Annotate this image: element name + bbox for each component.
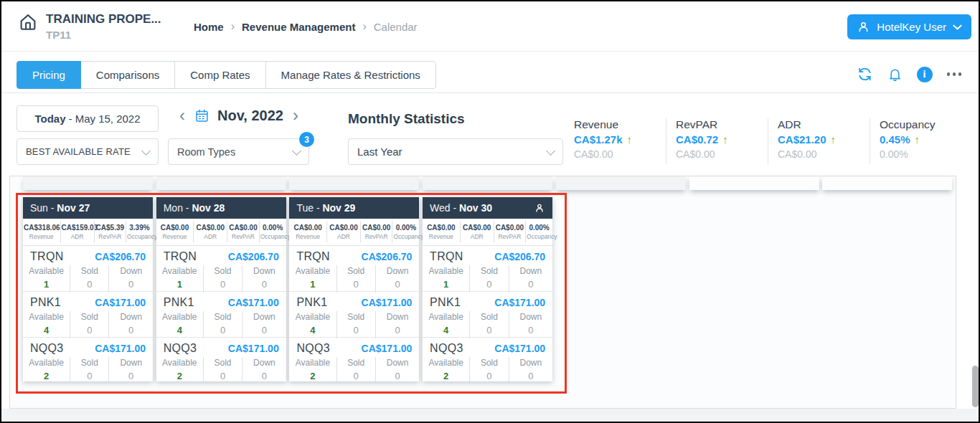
room-rate-value[interactable]: CA$171.00 xyxy=(494,343,545,354)
room-down-cell: Down0 xyxy=(509,265,553,293)
room-types-value: Room Types xyxy=(177,146,235,158)
room-sold-cell: Sold0 xyxy=(336,357,375,384)
room-rate-value[interactable]: CA$171.00 xyxy=(228,297,279,308)
filter-bar: Today - May 15, 2022 ‹ Nov, 2022 › BEST … xyxy=(1,93,979,174)
breadcrumb-home[interactable]: Home xyxy=(194,21,224,33)
room-rate-value[interactable]: CA$171.00 xyxy=(494,297,545,308)
room-available-cell: Available1 xyxy=(289,265,336,293)
tab-manage-rates-restrictions[interactable]: Manage Rates & Restrictions xyxy=(265,61,436,89)
room-sold-cell: Sold0 xyxy=(469,357,508,384)
tabs: Pricing Comparisons Comp Rates Manage Ra… xyxy=(17,61,436,89)
room-rate-value[interactable]: CA$171.00 xyxy=(362,343,413,354)
room-row-nqq3[interactable]: NQQ3CA$171.00Available2Sold0Down0 xyxy=(289,337,419,382)
day-stat-adr: CA$0.00ADR xyxy=(326,221,360,243)
notifications-bell-icon[interactable] xyxy=(887,67,903,82)
day-card-sun-nov-27[interactable]: Sun - Nov 27 CA$318.06RevenueCA$159.03AD… xyxy=(23,197,153,381)
room-row-nqq3[interactable]: NQQ3CA$171.00Available2Sold0Down0 xyxy=(23,337,153,382)
room-sold-cell: Sold0 xyxy=(203,265,242,293)
monthly-stat-revpar: RevPAR CA$0.72↑ CA$0.00 xyxy=(666,118,768,164)
room-available-cell: Available1 xyxy=(23,265,70,293)
room-row-pnk1[interactable]: PNK1CA$171.00Available4Sold0Down0 xyxy=(23,291,153,336)
room-down-cell: Down0 xyxy=(108,265,153,293)
today-button[interactable]: Today - May 15, 2022 xyxy=(17,105,159,132)
room-type-code: NQQ3 xyxy=(296,342,330,355)
previous-row-card-partial xyxy=(822,176,952,190)
room-rows: TRQNCA$206.70Available1Sold0Down0PNK1CA$… xyxy=(156,246,286,382)
room-type-code: TRQN xyxy=(430,250,463,263)
room-types-select[interactable]: Room Types 3 xyxy=(168,138,309,165)
next-month-icon[interactable]: › xyxy=(291,107,300,124)
room-row-trqn[interactable]: TRQNCA$206.70Available1Sold0Down0 xyxy=(423,246,552,291)
room-row-pnk1[interactable]: PNK1CA$171.00Available4Sold0Down0 xyxy=(289,291,419,336)
day-date: Nov 27 xyxy=(57,202,90,214)
day-of-week: Tue - xyxy=(296,202,322,214)
revenue-management-calendar-page: TRAINING PROPE... TP11 Home › Revenue Ma… xyxy=(0,0,980,423)
trend-up-icon: ↑ xyxy=(722,133,728,146)
room-row-nqq3[interactable]: NQQ3CA$171.00Available2Sold0Down0 xyxy=(423,337,552,382)
day-card-tue-nov-29[interactable]: Tue - Nov 29 CA$0.00RevenueCA$0.00ADRCA$… xyxy=(289,197,419,381)
room-row-pnk1[interactable]: PNK1CA$171.00Available4Sold0Down0 xyxy=(423,291,552,336)
day-stat-revenue: CA$318.06Revenue xyxy=(23,221,60,243)
room-rate-value[interactable]: CA$206.70 xyxy=(228,251,279,262)
room-rate-value[interactable]: CA$171.00 xyxy=(228,343,279,354)
room-sold-cell: Sold0 xyxy=(70,357,108,384)
room-row-nqq3[interactable]: NQQ3CA$171.00Available2Sold0Down0 xyxy=(156,337,286,382)
page-bottom-band xyxy=(1,409,979,423)
room-type-code: PNK1 xyxy=(164,296,194,309)
day-stat-revpar: CA$0.00RevPAR xyxy=(360,221,392,243)
room-sold-cell: Sold0 xyxy=(469,311,508,338)
room-down-cell: Down0 xyxy=(242,265,286,293)
day-of-week: Sun - xyxy=(30,202,57,214)
room-sold-cell: Sold0 xyxy=(203,311,242,338)
room-sold-cell: Sold0 xyxy=(469,265,508,293)
breadcrumb-revenue-management[interactable]: Revenue Management xyxy=(242,21,355,33)
previous-month-icon[interactable]: ‹ xyxy=(178,107,187,124)
day-stat-occupancy: 3.39%Occupancy xyxy=(126,221,153,243)
user-icon xyxy=(857,20,870,34)
day-card-header: Sun - Nov 27 xyxy=(23,197,153,219)
day-stat-occupancy: 0.00%Occupancy xyxy=(525,221,552,243)
room-row-pnk1[interactable]: PNK1CA$171.00Available4Sold0Down0 xyxy=(156,291,286,336)
tab-comparisons[interactable]: Comparisons xyxy=(80,61,175,89)
calendar-icon[interactable] xyxy=(194,108,209,123)
day-stats-row: CA$0.00RevenueCA$0.00ADRCA$0.00RevPAR0.0… xyxy=(289,219,419,246)
day-stat-revenue: CA$0.00Revenue xyxy=(156,221,194,243)
room-type-code: PNK1 xyxy=(30,296,61,309)
day-of-week: Mon - xyxy=(164,202,192,214)
room-row-trqn[interactable]: TRQNCA$206.70Available1Sold0Down0 xyxy=(156,246,286,291)
more-options-icon[interactable] xyxy=(947,72,962,76)
day-of-week: Wed - xyxy=(430,202,459,214)
room-rate-value[interactable]: CA$206.70 xyxy=(362,251,413,262)
day-stat-adr: CA$0.00ADR xyxy=(193,221,227,243)
property-name: TRAINING PROPE... xyxy=(46,12,161,27)
comparison-period-select[interactable]: Last Year xyxy=(348,138,563,165)
day-card-mon-nov-28[interactable]: Mon - Nov 28 CA$0.00RevenueCA$0.00ADRCA$… xyxy=(156,197,286,381)
room-types-count-badge: 3 xyxy=(299,132,314,147)
room-rate-value[interactable]: CA$171.00 xyxy=(95,297,146,308)
info-icon[interactable]: i xyxy=(917,67,933,82)
tab-comp-rates[interactable]: Comp Rates xyxy=(174,61,265,89)
room-rate-value[interactable]: CA$206.70 xyxy=(95,251,146,262)
day-stat-revpar: CA$0.00RevPAR xyxy=(227,221,258,243)
room-rate-value[interactable]: CA$171.00 xyxy=(95,343,146,354)
room-row-trqn[interactable]: TRQNCA$206.70Available1Sold0Down0 xyxy=(23,246,153,291)
user-menu-button[interactable]: HotelKey User xyxy=(847,14,971,39)
rate-plan-select[interactable]: BEST AVAILABLE RATE xyxy=(17,138,159,165)
monthly-stat-revenue: Revenue CA$1.27k↑ CA$0.00 xyxy=(574,118,666,164)
room-rate-value[interactable]: CA$206.70 xyxy=(494,251,545,262)
rate-plan-value: BEST AVAILABLE RATE xyxy=(26,146,131,157)
room-sold-cell: Sold0 xyxy=(70,265,108,293)
room-down-cell: Down0 xyxy=(108,357,153,384)
room-rate-value[interactable]: CA$171.00 xyxy=(362,297,413,308)
refresh-icon[interactable] xyxy=(857,66,873,82)
room-row-trqn[interactable]: TRQNCA$206.70Available1Sold0Down0 xyxy=(289,246,419,291)
room-down-cell: Down0 xyxy=(242,357,286,384)
breadcrumb-separator: › xyxy=(231,20,235,33)
tab-pricing[interactable]: Pricing xyxy=(17,61,81,89)
previous-row-card-partial xyxy=(23,176,153,190)
day-card-wed-nov-30[interactable]: Wed - Nov 30 CA$0.00RevenueCA$0.00ADRCA$… xyxy=(423,197,552,381)
vertical-scrollbar-thumb[interactable] xyxy=(972,366,979,407)
room-type-code: TRQN xyxy=(296,250,330,263)
room-rows: TRQNCA$206.70Available1Sold0Down0PNK1CA$… xyxy=(289,246,419,382)
room-type-code: TRQN xyxy=(164,250,197,263)
